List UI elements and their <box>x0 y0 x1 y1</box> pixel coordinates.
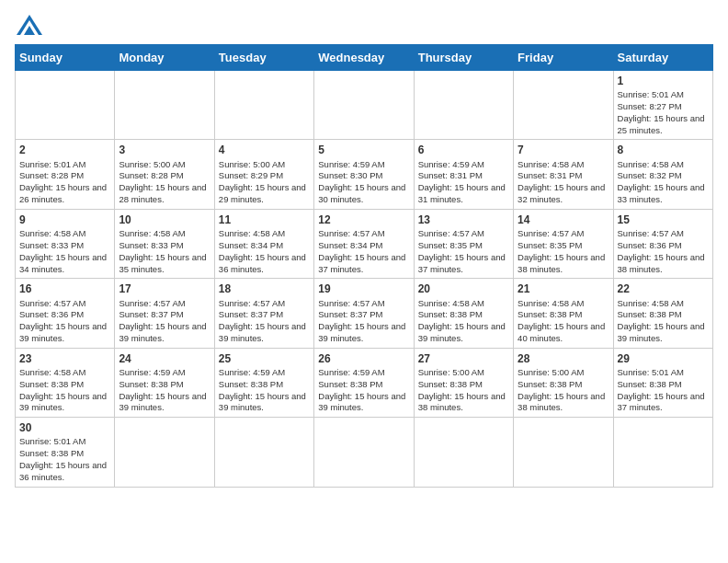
cell-content: 30Sunrise: 5:01 AM Sunset: 8:38 PM Dayli… <box>19 420 110 483</box>
day-info: Sunrise: 5:00 AM Sunset: 8:38 PM Dayligh… <box>418 367 506 412</box>
day-number: 15 <box>618 213 709 227</box>
day-number: 13 <box>418 213 509 227</box>
calendar-cell: 27Sunrise: 5:00 AM Sunset: 8:38 PM Dayli… <box>414 348 513 417</box>
calendar-cell: 14Sunrise: 4:57 AM Sunset: 8:35 PM Dayli… <box>514 209 613 278</box>
day-info: Sunrise: 4:58 AM Sunset: 8:31 PM Dayligh… <box>518 159 605 204</box>
cell-content: 4Sunrise: 5:00 AM Sunset: 8:29 PM Daylig… <box>219 143 310 205</box>
calendar-cell: 28Sunrise: 5:00 AM Sunset: 8:38 PM Dayli… <box>514 348 613 417</box>
cell-content: 29Sunrise: 5:01 AM Sunset: 8:38 PM Dayli… <box>618 351 709 414</box>
calendar-cell: 5Sunrise: 4:59 AM Sunset: 8:30 PM Daylig… <box>314 140 414 209</box>
day-number: 19 <box>318 282 409 296</box>
calendar-cell: 24Sunrise: 4:59 AM Sunset: 8:38 PM Dayli… <box>115 348 214 417</box>
calendar-cell <box>115 71 214 140</box>
calendar-cell <box>214 71 313 140</box>
calendar-cell: 7Sunrise: 4:58 AM Sunset: 8:31 PM Daylig… <box>514 140 613 209</box>
day-number: 25 <box>219 351 310 366</box>
day-info: Sunrise: 4:58 AM Sunset: 8:38 PM Dayligh… <box>618 298 705 343</box>
cell-content: 28Sunrise: 5:00 AM Sunset: 8:38 PM Dayli… <box>518 351 609 414</box>
week-row-2: 2Sunrise: 5:01 AM Sunset: 8:28 PM Daylig… <box>16 140 713 209</box>
day-header-monday: Monday <box>115 45 214 71</box>
calendar-cell: 3Sunrise: 5:00 AM Sunset: 8:28 PM Daylig… <box>115 140 214 209</box>
calendar-cell: 2Sunrise: 5:01 AM Sunset: 8:28 PM Daylig… <box>16 140 115 209</box>
cell-content: 2Sunrise: 5:01 AM Sunset: 8:28 PM Daylig… <box>19 143 110 205</box>
calendar-cell: 4Sunrise: 5:00 AM Sunset: 8:29 PM Daylig… <box>214 140 313 209</box>
day-header-thursday: Thursday <box>414 45 513 71</box>
cell-content: 23Sunrise: 4:58 AM Sunset: 8:38 PM Dayli… <box>19 351 110 414</box>
cell-content: 16Sunrise: 4:57 AM Sunset: 8:36 PM Dayli… <box>19 282 110 344</box>
cell-content: 22Sunrise: 4:58 AM Sunset: 8:38 PM Dayli… <box>618 282 709 344</box>
day-number: 18 <box>219 282 310 296</box>
calendar-cell: 26Sunrise: 4:59 AM Sunset: 8:38 PM Dayli… <box>314 348 414 417</box>
day-info: Sunrise: 4:57 AM Sunset: 8:35 PM Dayligh… <box>518 228 605 273</box>
cell-content: 14Sunrise: 4:57 AM Sunset: 8:35 PM Dayli… <box>518 213 609 275</box>
day-info: Sunrise: 4:59 AM Sunset: 8:38 PM Dayligh… <box>318 367 405 412</box>
day-info: Sunrise: 5:01 AM Sunset: 8:27 PM Dayligh… <box>618 89 705 134</box>
cell-content: 18Sunrise: 4:57 AM Sunset: 8:37 PM Dayli… <box>219 282 310 344</box>
day-number: 23 <box>19 351 110 366</box>
logo <box>15 15 42 35</box>
day-header-wednesday: Wednesday <box>314 45 414 71</box>
week-row-3: 9Sunrise: 4:58 AM Sunset: 8:33 PM Daylig… <box>16 209 713 278</box>
day-number: 9 <box>19 213 110 227</box>
calendar-cell: 16Sunrise: 4:57 AM Sunset: 8:36 PM Dayli… <box>16 279 115 348</box>
cell-content: 7Sunrise: 4:58 AM Sunset: 8:31 PM Daylig… <box>518 143 609 205</box>
cell-content: 10Sunrise: 4:58 AM Sunset: 8:33 PM Dayli… <box>119 213 210 275</box>
day-info: Sunrise: 4:59 AM Sunset: 8:30 PM Dayligh… <box>318 159 405 204</box>
day-info: Sunrise: 5:01 AM Sunset: 8:28 PM Dayligh… <box>19 159 107 204</box>
calendar-cell <box>414 418 513 487</box>
calendar-cell <box>16 71 115 140</box>
cell-content: 8Sunrise: 4:58 AM Sunset: 8:32 PM Daylig… <box>618 143 709 205</box>
day-number: 5 <box>318 143 409 157</box>
week-row-5: 23Sunrise: 4:58 AM Sunset: 8:38 PM Dayli… <box>16 348 713 417</box>
day-number: 6 <box>418 143 509 157</box>
cell-content: 20Sunrise: 4:58 AM Sunset: 8:38 PM Dayli… <box>418 282 509 344</box>
day-info: Sunrise: 4:57 AM Sunset: 8:36 PM Dayligh… <box>19 298 107 343</box>
day-number: 1 <box>618 74 709 88</box>
day-number: 22 <box>618 282 709 296</box>
day-info: Sunrise: 4:58 AM Sunset: 8:34 PM Dayligh… <box>219 228 306 273</box>
calendar-cell <box>214 418 313 487</box>
cell-content: 19Sunrise: 4:57 AM Sunset: 8:37 PM Dayli… <box>318 282 409 344</box>
cell-content: 24Sunrise: 4:59 AM Sunset: 8:38 PM Dayli… <box>119 351 210 414</box>
day-number: 28 <box>518 351 609 366</box>
day-number: 30 <box>19 420 110 435</box>
day-info: Sunrise: 4:58 AM Sunset: 8:33 PM Dayligh… <box>119 228 206 273</box>
header <box>15 15 713 35</box>
day-number: 27 <box>418 351 509 366</box>
calendar-cell <box>613 418 712 487</box>
cell-content: 5Sunrise: 4:59 AM Sunset: 8:30 PM Daylig… <box>318 143 409 205</box>
cell-content: 3Sunrise: 5:00 AM Sunset: 8:28 PM Daylig… <box>119 143 210 205</box>
calendar-cell <box>514 71 613 140</box>
day-header-friday: Friday <box>514 45 613 71</box>
day-number: 8 <box>618 143 709 157</box>
calendar-cell: 21Sunrise: 4:58 AM Sunset: 8:38 PM Dayli… <box>514 279 613 348</box>
calendar-table: SundayMondayTuesdayWednesdayThursdayFrid… <box>15 44 713 488</box>
calendar-cell: 6Sunrise: 4:59 AM Sunset: 8:31 PM Daylig… <box>414 140 513 209</box>
day-info: Sunrise: 5:00 AM Sunset: 8:28 PM Dayligh… <box>119 159 206 204</box>
week-row-6: 30Sunrise: 5:01 AM Sunset: 8:38 PM Dayli… <box>16 418 713 487</box>
calendar-cell <box>314 71 414 140</box>
cell-content: 11Sunrise: 4:58 AM Sunset: 8:34 PM Dayli… <box>219 213 310 275</box>
calendar-cell: 18Sunrise: 4:57 AM Sunset: 8:37 PM Dayli… <box>214 279 313 348</box>
day-number: 20 <box>418 282 509 296</box>
cell-content: 25Sunrise: 4:59 AM Sunset: 8:38 PM Dayli… <box>219 351 310 414</box>
day-header-sunday: Sunday <box>16 45 115 71</box>
day-info: Sunrise: 4:58 AM Sunset: 8:38 PM Dayligh… <box>518 298 605 343</box>
day-info: Sunrise: 4:58 AM Sunset: 8:38 PM Dayligh… <box>19 367 107 412</box>
day-number: 17 <box>119 282 210 296</box>
cell-content: 26Sunrise: 4:59 AM Sunset: 8:38 PM Dayli… <box>318 351 409 414</box>
day-number: 4 <box>219 143 310 157</box>
day-info: Sunrise: 5:00 AM Sunset: 8:29 PM Dayligh… <box>219 159 306 204</box>
calendar-cell <box>414 71 513 140</box>
calendar-cell: 29Sunrise: 5:01 AM Sunset: 8:38 PM Dayli… <box>613 348 712 417</box>
day-info: Sunrise: 4:57 AM Sunset: 8:34 PM Dayligh… <box>318 228 405 273</box>
day-header-saturday: Saturday <box>613 45 712 71</box>
calendar-cell <box>314 418 414 487</box>
calendar-cell: 19Sunrise: 4:57 AM Sunset: 8:37 PM Dayli… <box>314 279 414 348</box>
calendar-cell: 11Sunrise: 4:58 AM Sunset: 8:34 PM Dayli… <box>214 209 313 278</box>
day-number: 16 <box>19 282 110 296</box>
day-info: Sunrise: 4:57 AM Sunset: 8:35 PM Dayligh… <box>418 228 506 273</box>
day-number: 7 <box>518 143 609 157</box>
day-number: 29 <box>618 351 709 366</box>
day-number: 2 <box>19 143 110 157</box>
